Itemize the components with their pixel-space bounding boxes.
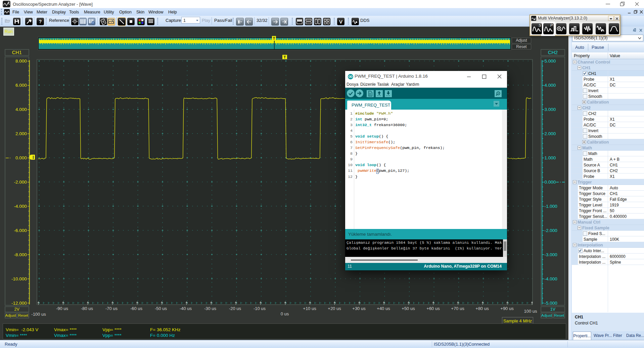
- svg-text:-3.000: -3.000: [545, 252, 557, 257]
- svg-text:?: ?: [39, 19, 42, 24]
- svg-text:-4.000: -4.000: [545, 276, 557, 281]
- svg-text:0.000: 0.000: [15, 155, 27, 160]
- svg-text:2.000: 2.000: [15, 131, 27, 136]
- svg-text:-12.000: -12.000: [11, 300, 27, 305]
- svg-text:-2.000: -2.000: [14, 180, 27, 185]
- svg-text:P: P: [550, 23, 553, 27]
- svg-text:-5.000: -5.000: [545, 300, 557, 305]
- svg-text:-2.000: -2.000: [545, 228, 557, 233]
- svg-text:6.000: 6.000: [15, 83, 27, 88]
- svg-text:-4.000: -4.000: [14, 204, 27, 209]
- svg-text:2.000: 2.000: [545, 131, 556, 136]
- svg-text:5.000: 5.000: [545, 59, 556, 64]
- svg-text:-6.000: -6.000: [14, 228, 27, 233]
- svg-text:1.000: 1.000: [545, 155, 556, 160]
- svg-text:V: V: [339, 19, 342, 25]
- svg-text:4.000: 4.000: [15, 107, 27, 112]
- svg-text:S: S: [539, 23, 541, 27]
- svg-text:-10.000: -10.000: [11, 276, 27, 281]
- svg-text:4.000: 4.000: [545, 83, 556, 88]
- svg-text:3.000: 3.000: [545, 107, 556, 112]
- svg-text:-1.000: -1.000: [545, 204, 557, 209]
- svg-text:8.000: 8.000: [15, 59, 27, 64]
- svg-text:0.000: 0.000: [545, 180, 556, 185]
- svg-text:-8.000: -8.000: [14, 252, 27, 257]
